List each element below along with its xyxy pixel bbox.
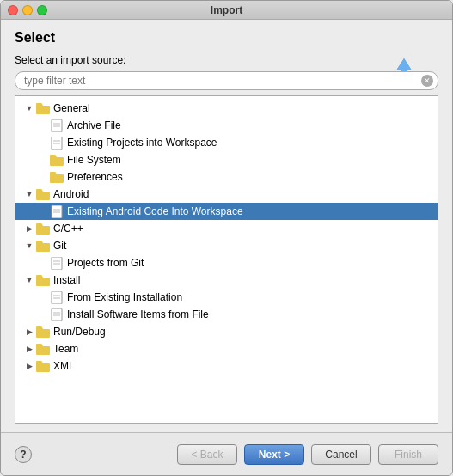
tree-item-git[interactable]: ▼Git: [15, 237, 438, 254]
toggle-icon-team: ▶: [24, 344, 34, 354]
header-area: Select: [15, 30, 438, 54]
tree-item-install[interactable]: ▼Install: [15, 272, 438, 289]
item-icon-existing-projects: [50, 137, 64, 149]
titlebar: Import: [1, 1, 452, 20]
tree-item-file-system[interactable]: File System: [15, 151, 438, 168]
source-label: Select an import source:: [15, 54, 438, 66]
item-icon-xml: [36, 360, 50, 372]
item-icon-android-code: [50, 205, 64, 217]
toggle-icon-android-code: [38, 206, 48, 217]
window: Import Select Select an import source:: [0, 0, 453, 476]
toggle-icon-git: ▼: [24, 241, 34, 251]
item-icon-git: [36, 240, 50, 252]
toggle-icon-xml: ▶: [24, 361, 34, 371]
tree-item-archive-file[interactable]: Archive File: [15, 117, 438, 134]
item-label-git: Git: [53, 240, 66, 252]
item-label-existing-projects: Existing Projects into Workspace: [67, 137, 217, 149]
back-button[interactable]: < Back: [177, 444, 237, 465]
toggle-icon-preferences: [38, 172, 48, 182]
help-button[interactable]: ?: [15, 446, 32, 463]
toggle-icon-run-debug: ▶: [24, 326, 34, 337]
item-icon-cpp: [36, 223, 50, 235]
close-button[interactable]: [8, 5, 18, 15]
item-icon-general: [36, 102, 50, 114]
item-label-android: Android: [53, 188, 89, 200]
main-content: Select Select an import source: ✕: [1, 20, 452, 432]
item-icon-file-system: [50, 154, 64, 166]
item-label-run-debug: Run/Debug: [53, 326, 106, 338]
finish-button[interactable]: Finish: [378, 444, 438, 465]
item-icon-install-software: [50, 308, 64, 320]
toggle-icon-projects-git: [38, 258, 48, 268]
tree-item-run-debug[interactable]: ▶Run/Debug: [15, 323, 438, 340]
item-icon-team: [36, 343, 50, 355]
item-icon-preferences: [50, 171, 64, 183]
toggle-icon-android: ▼: [24, 189, 34, 199]
item-label-cpp: C/C++: [53, 223, 83, 235]
item-label-install-software: Install Software Items from File: [67, 308, 209, 320]
tree-item-xml[interactable]: ▶XML: [15, 357, 438, 375]
item-icon-archive-file: [50, 119, 64, 131]
item-label-xml: XML: [53, 360, 75, 372]
item-label-from-existing: From Existing Installation: [67, 291, 182, 303]
toggle-icon-install: ▼: [24, 275, 34, 285]
item-label-preferences: Preferences: [67, 171, 123, 183]
toggle-icon-install-software: [38, 309, 48, 320]
tree-item-preferences[interactable]: Preferences: [15, 168, 438, 186]
cancel-button[interactable]: Cancel: [311, 444, 371, 465]
tree-item-projects-git[interactable]: Projects from Git: [15, 254, 438, 272]
page-title: Select: [15, 30, 438, 46]
tree-item-android[interactable]: ▼Android: [15, 186, 438, 203]
footer: ? < Back Next > Cancel Finish: [1, 432, 452, 475]
item-label-install: Install: [53, 274, 80, 286]
toggle-icon-archive-file: [38, 120, 48, 131]
search-container: ✕: [15, 71, 438, 90]
tree-item-team[interactable]: ▶Team: [15, 340, 438, 357]
next-button[interactable]: Next >: [244, 444, 304, 465]
tree-item-cpp[interactable]: ▶C/C++: [15, 220, 438, 237]
tree-item-install-software[interactable]: Install Software Items from File: [15, 306, 438, 323]
item-label-android-code: Existing Android Code Into Workspace: [67, 205, 243, 217]
item-label-general: General: [53, 102, 90, 114]
titlebar-buttons: [8, 5, 47, 15]
tree-item-from-existing[interactable]: From Existing Installation: [15, 289, 438, 306]
item-icon-install: [36, 274, 50, 286]
item-label-projects-git: Projects from Git: [67, 257, 144, 269]
item-label-team: Team: [53, 343, 78, 355]
footer-right: < Back Next > Cancel Finish: [177, 444, 438, 465]
window-title: Import: [211, 4, 242, 16]
item-icon-projects-git: [50, 257, 64, 269]
item-icon-android: [36, 188, 50, 200]
maximize-button[interactable]: [37, 5, 47, 15]
toggle-icon-general: ▼: [24, 103, 34, 113]
toggle-icon-file-system: [38, 155, 48, 165]
footer-left: ?: [15, 446, 32, 463]
tree-container[interactable]: ▼GeneralArchive FileExisting Projects in…: [15, 95, 438, 424]
tree-item-general[interactable]: ▼General: [15, 100, 438, 117]
item-label-file-system: File System: [67, 154, 121, 166]
item-icon-from-existing: [50, 291, 64, 303]
search-input[interactable]: [15, 71, 438, 90]
toggle-icon-from-existing: [38, 292, 48, 302]
item-icon-run-debug: [36, 326, 50, 338]
item-label-archive-file: Archive File: [67, 119, 121, 131]
toggle-icon-existing-projects: [38, 137, 48, 148]
search-clear-button[interactable]: ✕: [421, 75, 433, 87]
toggle-icon-cpp: ▶: [24, 223, 34, 234]
tree-item-android-code[interactable]: Existing Android Code Into Workspace: [15, 203, 438, 220]
minimize-button[interactable]: [22, 5, 33, 15]
tree-item-existing-projects[interactable]: Existing Projects into Workspace: [15, 134, 438, 151]
